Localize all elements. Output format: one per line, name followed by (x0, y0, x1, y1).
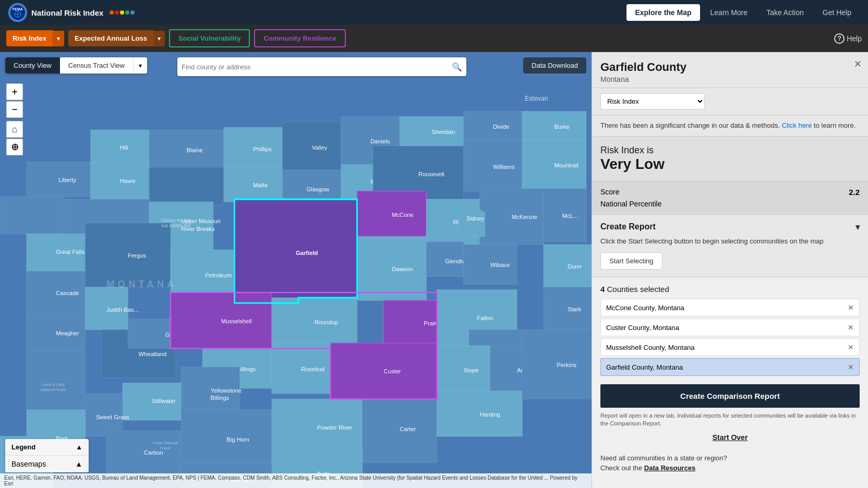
county-remove-garfield[interactable]: ✕ (848, 363, 854, 371)
svg-marker-8 (149, 130, 224, 167)
search-input[interactable] (182, 63, 452, 71)
svg-marker-10 (224, 127, 282, 167)
county-remove-custer[interactable]: ✕ (848, 323, 854, 332)
svg-marker-87 (544, 287, 592, 330)
data-resources-link[interactable]: Data Resources (644, 464, 695, 472)
eal-label[interactable]: Expected Annual Loss (68, 30, 153, 46)
risk-level: Very Low (600, 156, 860, 173)
svg-marker-53 (171, 250, 240, 298)
panel-selector: Risk Index Expected Annual Loss Social V… (592, 88, 868, 115)
svg-marker-55 (235, 199, 357, 303)
nav-take-action[interactable]: Take Action (758, 4, 812, 21)
risk-index-label[interactable]: Risk Index (6, 30, 53, 46)
nav-explore-map[interactable]: Explore the Map (626, 4, 700, 21)
data-resources-prefix: Check out the (600, 464, 642, 472)
eal-dropdown[interactable]: ▾ (153, 31, 165, 46)
svg-text:Custer National: Custer National (152, 441, 178, 445)
fema-logo: FEMA National Risk Index (8, 3, 135, 22)
basemaps-header[interactable]: Basemaps ▲ (5, 456, 89, 472)
svg-marker-22 (27, 162, 91, 197)
county-view-button[interactable]: County View (5, 57, 60, 74)
create-report-chevron[interactable]: ▾ (855, 222, 860, 232)
toolbar: Risk Index ▾ Expected Annual Loss ▾ Soci… (0, 25, 868, 52)
svg-text:Forest: Forest (160, 446, 171, 450)
risk-index-dropdown[interactable]: ▾ (53, 31, 64, 46)
zoom-in-button[interactable]: + (6, 83, 23, 100)
notice-suffix: to learn more. (814, 121, 855, 129)
social-vulnerability-button[interactable]: Social Vulnerability (169, 29, 250, 47)
help-label: Help (847, 34, 862, 43)
svg-marker-125 (363, 399, 437, 463)
side-panel: Garfield County Montana ✕ Risk Index Exp… (592, 52, 868, 488)
svg-text:Charles Russell: Charles Russell (161, 218, 191, 223)
help-icon: ? (834, 33, 845, 44)
locate-button[interactable]: ⊕ (6, 139, 23, 155)
main-content: County View Census Tract View ▾ 🔍 Data D… (0, 52, 868, 488)
svg-marker-123 (272, 399, 363, 452)
community-resilience-button[interactable]: Community Resilience (254, 29, 345, 47)
view-dropdown-button[interactable]: ▾ (133, 57, 147, 74)
svg-marker-51 (85, 223, 170, 287)
county-item-mccone: McCone County, Montana ✕ (600, 299, 860, 316)
svg-marker-24 (91, 162, 149, 200)
home-button[interactable]: ⌂ (6, 121, 23, 138)
svg-marker-107 (330, 343, 437, 399)
legend-label: Legend (11, 443, 35, 451)
help-button[interactable]: ? Help (834, 33, 862, 44)
legend-header[interactable]: Legend ▲ (5, 439, 89, 456)
county-item-musselshell: Musselshell County, Montana ✕ (600, 338, 860, 356)
svg-text:FEMA: FEMA (13, 7, 23, 11)
counties-count: 4 (600, 285, 605, 294)
data-download-button[interactable]: Data Download (523, 57, 586, 74)
svg-text:National Forest: National Forest (41, 388, 66, 392)
county-remove-mccone[interactable]: ✕ (848, 303, 854, 312)
risk-result: Risk Index is Very Low (592, 137, 868, 181)
county-item-garfield: Garfield County, Montana ✕ (600, 358, 860, 376)
notice-text: There has been a significant change in o… (600, 121, 780, 129)
svg-marker-26 (149, 167, 224, 205)
county-remove-musselshell[interactable]: ✕ (848, 343, 854, 351)
search-icon[interactable]: 🔍 (452, 62, 462, 72)
create-report-header: Create Report ▾ (600, 222, 860, 232)
panel-close-button[interactable]: ✕ (854, 58, 862, 70)
risk-type-selector[interactable]: Risk Index Expected Annual Loss Social V… (600, 93, 705, 109)
score-label: Score (600, 188, 620, 196)
score-section: Score 2.2 National Percentile (592, 181, 868, 215)
data-resources-text: Need all communities in a state or regio… (600, 454, 727, 462)
svg-marker-43 (0, 197, 64, 234)
svg-marker-75 (171, 292, 272, 348)
notice-link[interactable]: Click here (782, 121, 812, 129)
basemaps-chevron: ▲ (75, 460, 82, 468)
risk-index-button[interactable]: Risk Index ▾ (6, 30, 64, 46)
report-note: Report will open in a new tab. Individua… (600, 412, 860, 428)
map-area[interactable]: County View Census Tract View ▾ 🔍 Data D… (0, 52, 592, 488)
eal-button[interactable]: Expected Annual Loss ▾ (68, 30, 165, 46)
start-selecting-button[interactable]: Start Selecting (600, 252, 662, 270)
nav-learn-more[interactable]: Learn More (702, 4, 756, 21)
census-tract-view-button[interactable]: Census Tract View (60, 57, 133, 74)
create-comparison-report-button[interactable]: Create Comparison Report (600, 384, 860, 408)
start-over-link[interactable]: Start Over (600, 433, 860, 442)
county-name-garfield: Garfield County, Montana (606, 363, 683, 371)
svg-marker-61 (479, 189, 544, 245)
svg-marker-127 (437, 391, 522, 436)
svg-marker-77 (272, 298, 357, 346)
county-item-custer: Custer County, Montana ✕ (600, 319, 860, 336)
toolbar-right: ? Help (834, 33, 862, 44)
zoom-out-button[interactable]: − (6, 101, 23, 118)
view-toggle: County View Census Tract View ▾ (5, 57, 147, 74)
county-name-mccone: McCone County, Montana (606, 304, 684, 312)
svg-text:MONTANA: MONTANA (106, 278, 177, 289)
create-report-section: Create Report ▾ Click the Start Selectin… (592, 215, 868, 278)
score-row: Score 2.2 (600, 188, 860, 197)
legend-chevron: ▲ (76, 443, 82, 451)
counties-header: 4 Counties selected (600, 285, 860, 294)
app-title: National Risk Index (31, 8, 103, 17)
nav-get-help[interactable]: Get Help (814, 4, 860, 21)
svg-marker-83 (464, 245, 517, 285)
national-percentile-label: National Percentile (600, 200, 662, 208)
map-controls: + − ⌂ ⊕ (6, 83, 23, 155)
county-name: Garfield County (600, 60, 860, 74)
main-nav: Explore the Map Learn More Take Action G… (626, 4, 860, 21)
counties-section: 4 Counties selected McCone County, Monta… (592, 277, 868, 486)
